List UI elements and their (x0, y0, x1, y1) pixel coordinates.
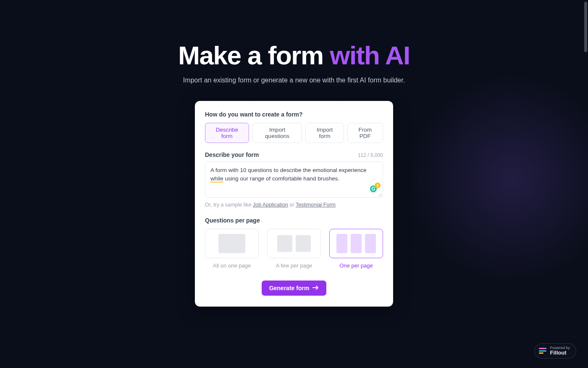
layout-preview-icon (205, 229, 259, 258)
describe-input[interactable]: A form with 10 questions to describe the… (205, 161, 383, 198)
sample-link-job-application[interactable]: Job Application (253, 202, 288, 208)
layout-caption: One per page (339, 262, 373, 269)
page-title: Make a form with AI (178, 41, 410, 70)
generate-form-button[interactable]: Generate form (262, 281, 327, 296)
powered-by-badge[interactable]: Powered by Fillout (534, 343, 576, 359)
arrow-right-icon (312, 285, 319, 291)
tab-import-form[interactable]: Import form (305, 123, 344, 143)
layout-option-all-one-page[interactable]: All on one page (205, 229, 259, 269)
describe-text: A form with 10 questions to describe the… (210, 166, 378, 183)
sample-link-testimonial-form[interactable]: Testimonial Form (296, 202, 336, 208)
spellcheck-highlight: while (210, 175, 223, 183)
brand-name: Fillout (550, 350, 570, 356)
title-accent: with AI (330, 41, 410, 70)
generate-label: Generate form (269, 285, 310, 291)
how-create-label: How do you want to create a form? (205, 111, 383, 118)
grammarly-icon[interactable]: G 1 (369, 185, 378, 194)
tab-describe-form[interactable]: Describe form (205, 123, 249, 143)
layout-preview-icon (267, 229, 321, 258)
questions-per-page-label: Questions per page (205, 217, 383, 224)
fillout-logo-icon (539, 348, 546, 354)
layout-caption: A few per page (276, 262, 312, 269)
describe-label: Describe your form (205, 151, 259, 158)
layout-preview-icon (329, 229, 383, 258)
layout-option-one-per-page[interactable]: One per page (329, 229, 383, 269)
creation-tabs: Describe form Import questions Import fo… (205, 123, 383, 143)
tab-from-pdf[interactable]: From PDF (347, 123, 383, 143)
layout-options: All on one page A few per page One per p… (205, 229, 383, 269)
form-builder-card: How do you want to create a form? Descri… (195, 101, 393, 307)
page-subtitle: Import an existing form or generate a ne… (183, 77, 405, 84)
grammarly-suggestion-count: 1 (375, 183, 381, 188)
title-prefix: Make a form (178, 41, 330, 70)
char-count: 112 / 5,000 (358, 152, 383, 158)
resize-handle-icon[interactable] (378, 192, 382, 196)
layout-caption: All on one page (213, 262, 251, 269)
sample-hint: Or, try a sample like Job Application or… (205, 202, 383, 208)
tab-import-questions[interactable]: Import questions (252, 123, 302, 143)
layout-option-few-per-page[interactable]: A few per page (267, 229, 321, 269)
